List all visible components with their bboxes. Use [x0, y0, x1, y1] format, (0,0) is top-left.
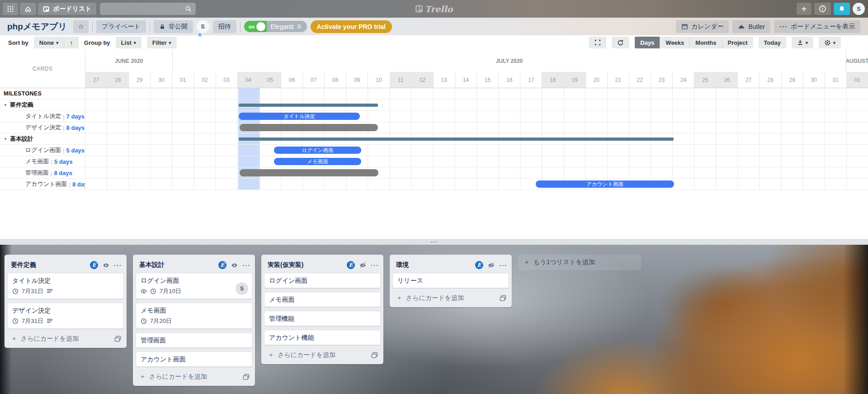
gantt-bar[interactable]: アカウント画面 — [536, 180, 674, 188]
card[interactable]: タイトル決定7月31日 — [7, 273, 124, 299]
privacy-button[interactable]: 非公開 — [154, 20, 193, 33]
elegantt-badge-icon[interactable]: E — [347, 261, 355, 269]
card-template-icon[interactable] — [371, 352, 378, 358]
info-button[interactable] — [814, 3, 831, 15]
card[interactable]: リリース — [392, 273, 509, 288]
search-input[interactable] — [100, 3, 196, 15]
collapse-triangle-icon[interactable]: ▼ — [4, 103, 7, 107]
apps-grid-button[interactable] — [3, 3, 18, 15]
card[interactable]: 管理画面 — [136, 332, 252, 348]
list-title[interactable]: 要件定義 — [11, 261, 90, 269]
user-avatar[interactable]: S — [853, 3, 865, 15]
list-title[interactable]: 環境 — [396, 261, 475, 269]
list-menu-button[interactable]: ··· — [114, 261, 122, 269]
export-dropdown[interactable]: ▾ — [792, 37, 813, 48]
home-button[interactable] — [20, 3, 36, 15]
eye-off-icon[interactable] — [359, 262, 366, 269]
pro-trial-button[interactable]: Activate your PRO trial — [311, 20, 392, 33]
view-tab-weeks[interactable]: Weeks — [660, 37, 689, 48]
gantt-row-label[interactable]: タイトル決定|7 days — [0, 111, 85, 122]
gantt-bar[interactable] — [240, 124, 378, 131]
gantt-row-label[interactable]: アカウント画面|8 days — [0, 179, 85, 190]
card-template-icon[interactable] — [243, 374, 250, 380]
card-title: リリース — [397, 276, 504, 285]
view-tab-months[interactable]: Months — [689, 37, 722, 48]
visibility-button[interactable]: プライベート — [96, 20, 146, 33]
eye-icon[interactable] — [103, 262, 109, 269]
elegantt-badge-icon[interactable]: E — [90, 261, 98, 269]
view-tab-project[interactable]: Project — [722, 37, 753, 48]
elegantt-badge-icon[interactable]: E — [218, 261, 226, 269]
sort-direction-button[interactable]: ↑ — [64, 37, 79, 48]
gantt-bar[interactable]: タイトル決定 — [239, 113, 360, 120]
add-list-label: もう1つリストを追加 — [533, 258, 595, 266]
gantt-bar[interactable] — [239, 138, 674, 141]
gantt-bar[interactable] — [240, 169, 378, 176]
add-card-button[interactable]: ＋さらにカードを追加 — [7, 332, 124, 345]
card-member-avatar[interactable]: S — [236, 282, 248, 295]
eye-off-icon[interactable] — [488, 262, 495, 269]
settings-dropdown[interactable]: ▾ — [819, 37, 841, 48]
card-template-icon[interactable] — [114, 336, 121, 342]
card[interactable]: デザイン決定7月31日 — [7, 303, 124, 329]
gantt-row-label[interactable]: ログイン画面|5 days — [0, 145, 85, 156]
list-menu-button[interactable]: ··· — [242, 261, 250, 269]
gantt-row-label[interactable]: デザイン決定|8 days — [0, 122, 85, 133]
view-tab-days[interactable]: Days — [635, 37, 660, 48]
butler-button[interactable]: Butler — [732, 20, 770, 33]
card[interactable]: メモ画面7月20日 — [136, 303, 252, 329]
gantt-bar[interactable] — [239, 104, 378, 107]
refresh-button[interactable] — [612, 37, 629, 48]
add-card-button[interactable]: ＋さらにカードを追加 — [392, 292, 509, 304]
notifications-button[interactable] — [834, 3, 850, 15]
elegantt-toggle[interactable]: on Elegantt — [244, 21, 307, 32]
fullscreen-button[interactable] — [589, 37, 606, 48]
gantt-row-label[interactable]: ▼基本設計 — [0, 133, 85, 144]
create-button[interactable]: + — [797, 3, 811, 15]
member-avatar[interactable]: S — [197, 20, 209, 33]
star-icon: ☆ — [78, 23, 84, 31]
gantt-row-label[interactable]: 管理画面|8 days — [0, 167, 85, 178]
add-list-button[interactable]: ＋もう1つリストを追加 — [518, 255, 641, 270]
filter-dropdown[interactable]: Filter ▾ — [147, 37, 177, 48]
trello-logo[interactable]: Trello — [415, 0, 453, 18]
gantt-row-label[interactable]: メモ画面|5 days — [0, 156, 85, 167]
task-duration[interactable]: 5 days — [66, 147, 85, 154]
list-title[interactable]: 基本設計 — [139, 261, 218, 269]
list-menu-button[interactable]: ··· — [371, 261, 379, 269]
star-board-button[interactable]: ☆ — [73, 20, 89, 33]
eye-icon[interactable] — [231, 262, 238, 269]
task-duration[interactable]: 8 days — [66, 124, 85, 131]
invite-button[interactable]: 招待 — [213, 20, 236, 33]
boards-button[interactable]: ボードリスト — [38, 3, 96, 15]
list-title[interactable]: 実装(仮実装) — [268, 261, 347, 269]
gantt-bar[interactable]: ログイン画面 — [274, 147, 361, 154]
task-duration[interactable]: 5 days — [54, 158, 72, 165]
add-card-button[interactable]: ＋さらにカードを追加 — [136, 370, 252, 383]
add-card-button[interactable]: ＋さらにカードを追加 — [264, 349, 381, 361]
card[interactable]: 管理機能 — [264, 311, 381, 326]
card-template-icon[interactable] — [500, 295, 506, 301]
card[interactable]: ログイン画面 — [264, 273, 381, 288]
collapse-triangle-icon[interactable]: ▼ — [4, 137, 7, 141]
task-duration[interactable]: 7 days — [66, 113, 85, 120]
today-button[interactable]: Today — [759, 37, 786, 48]
month-label: JUNE 2020 — [85, 50, 172, 72]
gantt-bar[interactable]: メモ画面 — [274, 158, 361, 165]
calendar-button[interactable]: カレンダー — [676, 20, 729, 33]
card[interactable]: アカウント画面 — [136, 351, 252, 367]
task-duration[interactable]: 8 days — [54, 170, 72, 176]
pane-splitter[interactable]: ••• — [0, 239, 868, 245]
task-duration[interactable]: 8 days — [72, 181, 85, 188]
board-menu-button[interactable]: ··· ボードメニューを表示 — [774, 20, 860, 33]
board-title[interactable]: phpメモアプリ — [5, 21, 70, 33]
gantt-row-label[interactable]: ▼要件定義 — [0, 100, 85, 110]
card[interactable]: アカウント機能 — [264, 330, 381, 345]
card[interactable]: メモ画面 — [264, 292, 381, 307]
card[interactable]: ログイン画面7月10日S — [136, 273, 252, 299]
group-value-dropdown[interactable]: List ▾ — [116, 37, 142, 48]
list-menu-button[interactable]: ··· — [499, 261, 507, 269]
card-title: アカウント画面 — [141, 355, 247, 363]
elegantt-badge-icon[interactable]: E — [475, 261, 483, 269]
sort-value-dropdown[interactable]: None ▾ — [34, 37, 64, 48]
